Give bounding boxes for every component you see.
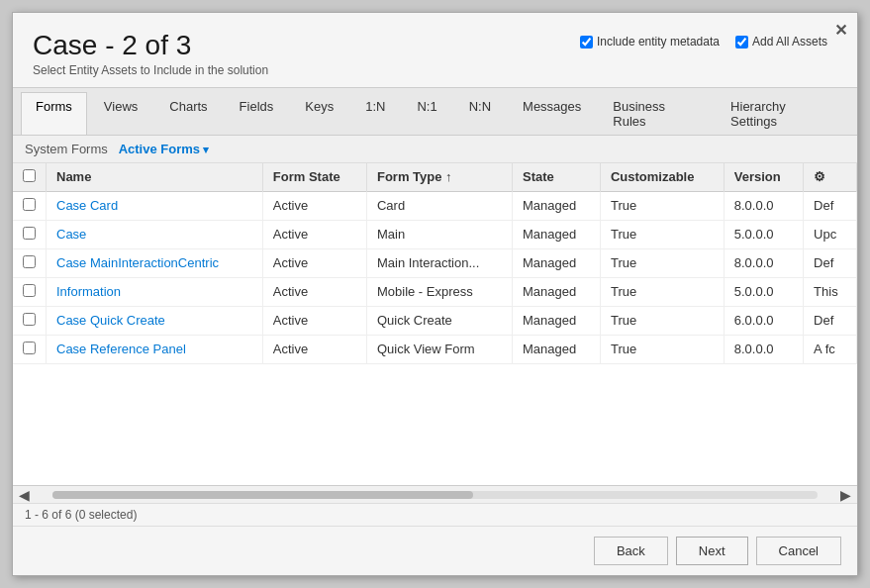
- table-row: Case Active Main Managed True 5.0.0.0 Up…: [13, 220, 857, 248]
- col-form-state: Form State: [262, 163, 366, 192]
- row-name-cell: Case MainInteractionCentric: [47, 248, 263, 277]
- row-form-state-cell: Active: [262, 277, 366, 306]
- row-customizable-cell: True: [600, 220, 724, 248]
- tab-business-rules[interactable]: Business Rules: [598, 92, 714, 135]
- row-name-link[interactable]: Case Card: [56, 198, 118, 213]
- row-check-cell[interactable]: [13, 220, 47, 248]
- selection-status: 1 - 6 of 6 (0 selected): [25, 508, 137, 522]
- tab-messages[interactable]: Messages: [508, 92, 596, 135]
- system-forms-bar: System Forms Active Forms: [13, 136, 857, 163]
- row-extra-cell: Def: [804, 306, 857, 335]
- row-customizable-cell: True: [600, 306, 724, 335]
- row-form-type-cell: Quick Create: [366, 306, 512, 335]
- scroll-left-button[interactable]: ◀: [19, 487, 30, 503]
- table-row: Information Active Mobile - Express Mana…: [13, 277, 857, 306]
- row-customizable-cell: True: [600, 277, 724, 306]
- col-name: Name: [47, 163, 263, 192]
- row-form-state-cell: Active: [262, 306, 366, 335]
- next-button[interactable]: Next: [676, 537, 748, 565]
- row-name-link[interactable]: Case MainInteractionCentric: [56, 255, 219, 270]
- horizontal-scrollbar: ◀ ▶: [13, 485, 857, 503]
- row-name-cell: Case: [47, 220, 263, 248]
- status-bar: 1 - 6 of 6 (0 selected): [13, 503, 857, 526]
- row-form-type-cell: Card: [366, 191, 512, 220]
- row-name-link[interactable]: Case: [56, 227, 86, 242]
- row-version-cell: 8.0.0.0: [724, 191, 803, 220]
- row-state-cell: Managed: [512, 220, 600, 248]
- col-form-type: Form Type ↑: [366, 163, 512, 192]
- system-forms-prefix: System Forms: [25, 142, 108, 156]
- tab-forms[interactable]: Forms: [21, 92, 87, 135]
- row-extra-cell: Def: [804, 191, 857, 220]
- tab-1n[interactable]: 1:N: [350, 92, 400, 135]
- back-button[interactable]: Back: [594, 537, 668, 565]
- row-state-cell: Managed: [512, 248, 600, 277]
- row-checkbox[interactable]: [23, 198, 36, 211]
- row-state-cell: Managed: [512, 191, 600, 220]
- row-checkbox[interactable]: [23, 342, 36, 354]
- close-button[interactable]: ✕: [834, 21, 847, 40]
- row-checkbox[interactable]: [23, 227, 36, 240]
- row-name-cell: Information: [47, 277, 263, 306]
- row-form-type-cell: Main Interaction...: [366, 248, 512, 277]
- row-version-cell: 8.0.0.0: [724, 335, 803, 363]
- row-extra-cell: Def: [804, 248, 857, 277]
- row-checkbox[interactable]: [23, 284, 36, 297]
- row-form-state-cell: Active: [262, 220, 366, 248]
- tab-n1[interactable]: N:1: [402, 92, 451, 135]
- row-name-cell: Case Card: [47, 191, 263, 220]
- col-extra: ⚙: [804, 163, 857, 192]
- table-row: Case MainInteractionCentric Active Main …: [13, 248, 857, 277]
- active-forms-dropdown[interactable]: Active Forms: [119, 142, 209, 156]
- table-header-row: Name Form State Form Type ↑ State Custom…: [13, 163, 857, 192]
- tab-fields[interactable]: Fields: [225, 92, 289, 135]
- select-all-checkbox[interactable]: [23, 169, 36, 182]
- include-metadata-checkbox[interactable]: [580, 36, 593, 49]
- row-check-cell[interactable]: [13, 191, 47, 220]
- row-name-link[interactable]: Case Reference Panel: [56, 342, 186, 356]
- col-state: State: [512, 163, 600, 192]
- row-form-type-cell: Main: [366, 220, 512, 248]
- row-check-cell[interactable]: [13, 306, 47, 335]
- row-checkbox[interactable]: [23, 313, 36, 326]
- row-check-cell[interactable]: [13, 277, 47, 306]
- add-all-assets-checkbox[interactable]: [735, 36, 748, 49]
- row-check-cell[interactable]: [13, 248, 47, 277]
- table-row: Case Reference Panel Active Quick View F…: [13, 335, 857, 363]
- row-version-cell: 5.0.0.0: [724, 220, 803, 248]
- row-name-cell: Case Quick Create: [47, 306, 263, 335]
- dialog-header: Case - 2 of 3 Select Entity Assets to In…: [13, 13, 857, 87]
- col-version: Version: [724, 163, 803, 192]
- row-form-state-cell: Active: [262, 248, 366, 277]
- header-options: Include entity metadata Add All Assets: [580, 35, 827, 49]
- row-version-cell: 6.0.0.0: [724, 306, 803, 335]
- scroll-thumb: [52, 491, 473, 499]
- dialog-subtitle: Select Entity Assets to Include in the s…: [33, 63, 837, 77]
- row-extra-cell: This: [804, 277, 857, 306]
- table-body: Case Card Active Card Managed True 8.0.0…: [13, 191, 857, 363]
- row-checkbox[interactable]: [23, 255, 36, 268]
- row-name-link[interactable]: Information: [56, 284, 121, 299]
- row-customizable-cell: True: [600, 335, 724, 363]
- scroll-right-button[interactable]: ▶: [840, 487, 851, 503]
- tab-keys[interactable]: Keys: [290, 92, 348, 135]
- row-name-link[interactable]: Case Quick Create: [56, 313, 165, 328]
- row-version-cell: 5.0.0.0: [724, 277, 803, 306]
- row-state-cell: Managed: [512, 277, 600, 306]
- main-dialog: ✕ Case - 2 of 3 Select Entity Assets to …: [12, 12, 858, 576]
- row-check-cell[interactable]: [13, 335, 47, 363]
- add-all-assets-label[interactable]: Add All Assets: [735, 35, 827, 49]
- scroll-track[interactable]: [52, 491, 818, 499]
- row-extra-cell: A fc: [804, 335, 857, 363]
- row-customizable-cell: True: [600, 191, 724, 220]
- include-metadata-label[interactable]: Include entity metadata: [580, 35, 720, 49]
- row-form-type-cell: Mobile - Express: [366, 277, 512, 306]
- table-row: Case Card Active Card Managed True 8.0.0…: [13, 191, 857, 220]
- tab-charts[interactable]: Charts: [154, 92, 222, 135]
- row-version-cell: 8.0.0.0: [724, 248, 803, 277]
- tab-views[interactable]: Views: [89, 92, 152, 135]
- cancel-button[interactable]: Cancel: [756, 537, 841, 565]
- row-form-state-cell: Active: [262, 191, 366, 220]
- tab-hierarchy-settings[interactable]: Hierarchy Settings: [716, 92, 847, 135]
- tab-nn[interactable]: N:N: [454, 92, 506, 135]
